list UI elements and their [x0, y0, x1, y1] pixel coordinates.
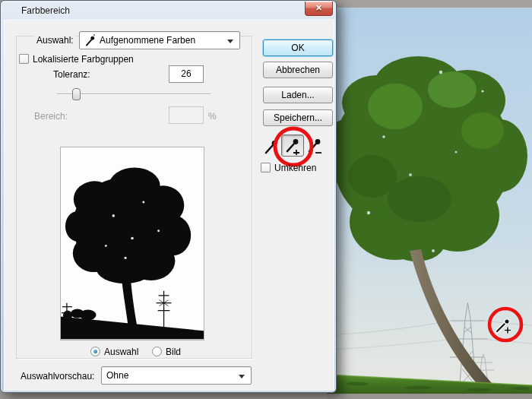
eyedropper-plus-icon [284, 137, 301, 155]
vorschau-combobox-value: Ohne [106, 370, 128, 381]
ok-button[interactable]: OK [263, 40, 333, 56]
eyedropper-tool[interactable] [263, 137, 280, 155]
chevron-down-icon [239, 375, 245, 378]
save-button[interactable]: Speichern... [263, 109, 333, 126]
toleranz-label: Toleranz: [53, 69, 90, 80]
auswahl-label: Auswahl: [34, 35, 76, 46]
radio-auswahl-label: Auswahl [104, 347, 138, 357]
radio-bild-label: Bild [166, 347, 181, 357]
auswahl-combobox[interactable]: Aufgenommene Farben [79, 31, 240, 49]
umkehren-label: Umkehren [274, 163, 316, 173]
radio-auswahl[interactable] [90, 347, 100, 356]
eyedropper-minus-tool[interactable] [306, 137, 323, 155]
bereich-label: Bereich: [34, 111, 68, 122]
dialog-titlebar[interactable]: Farbbereich ✕ [1, 1, 336, 20]
vorschau-combobox[interactable]: Ohne [101, 366, 252, 385]
bereich-input [169, 106, 204, 124]
photo-canvas[interactable] [327, 0, 532, 399]
slider-thumb[interactable] [72, 88, 81, 100]
eyedropper-plus-tool[interactable] [281, 135, 304, 157]
localized-groups-label: Lokalisierte Farbgruppen [33, 54, 134, 65]
close-button[interactable]: ✕ [305, 2, 333, 16]
radio-bild[interactable] [152, 347, 162, 356]
chevron-down-icon [227, 40, 233, 43]
eyedropper-icon [84, 33, 95, 47]
percent-label: % [208, 111, 217, 122]
dialog-title: Farbbereich [21, 5, 70, 16]
load-button[interactable]: Laden... [263, 87, 333, 103]
selection-mask-image [61, 147, 204, 340]
canvas-bottom-strip [327, 394, 532, 399]
selection-preview[interactable] [60, 147, 204, 340]
localized-groups-checkbox[interactable] [19, 54, 29, 64]
auswahl-combobox-value: Aufgenommene Farben [100, 35, 195, 46]
cancel-button[interactable]: Abbrechen [263, 62, 333, 78]
umkehren-checkbox[interactable] [261, 163, 271, 173]
toleranz-slider[interactable] [57, 87, 211, 101]
vorschau-label: Auswahlvorschau: [21, 371, 94, 382]
color-range-dialog: Farbbereich ✕ Auswahl: Aufgenommene Farb… [0, 0, 337, 393]
toleranz-input[interactable]: 26 [169, 65, 204, 83]
